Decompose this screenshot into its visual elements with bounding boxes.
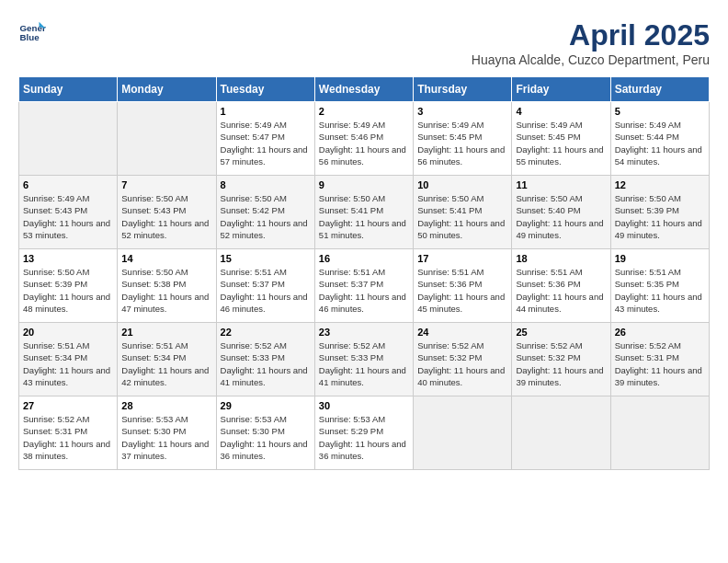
cell-info: Sunrise: 5:53 AMSunset: 5:30 PMDaylight:… <box>121 413 211 462</box>
day-number: 25 <box>516 327 606 338</box>
day-number: 29 <box>221 400 311 411</box>
calendar-cell: 15Sunrise: 5:51 AMSunset: 5:37 PMDayligh… <box>216 249 314 323</box>
svg-text:General: General <box>20 23 47 33</box>
cell-info: Sunrise: 5:52 AMSunset: 5:32 PMDaylight:… <box>417 339 507 388</box>
calendar-cell: 28Sunrise: 5:53 AMSunset: 5:30 PMDayligh… <box>118 396 216 470</box>
calendar-cell: 13Sunrise: 5:50 AMSunset: 5:39 PMDayligh… <box>19 249 118 323</box>
calendar-cell: 29Sunrise: 5:53 AMSunset: 5:30 PMDayligh… <box>216 396 314 470</box>
calendar-cell: 22Sunrise: 5:52 AMSunset: 5:33 PMDayligh… <box>216 323 314 396</box>
day-number: 8 <box>221 179 311 190</box>
cell-info: Sunrise: 5:49 AMSunset: 5:47 PMDaylight:… <box>221 119 311 167</box>
cell-info: Sunrise: 5:51 AMSunset: 5:36 PMDaylight:… <box>417 266 507 315</box>
day-number: 14 <box>121 253 211 264</box>
calendar-cell: 25Sunrise: 5:52 AMSunset: 5:32 PMDayligh… <box>512 323 610 396</box>
week-row-4: 20Sunrise: 5:51 AMSunset: 5:34 PMDayligh… <box>19 323 710 396</box>
day-header-friday: Friday <box>512 77 610 102</box>
calendar-cell: 18Sunrise: 5:51 AMSunset: 5:36 PMDayligh… <box>512 249 610 323</box>
cell-info: Sunrise: 5:53 AMSunset: 5:29 PMDaylight:… <box>319 413 409 462</box>
day-number: 22 <box>221 327 311 338</box>
calendar-cell <box>414 396 512 470</box>
calendar-cell: 1Sunrise: 5:49 AMSunset: 5:47 PMDaylight… <box>216 102 314 176</box>
calendar-cell: 23Sunrise: 5:52 AMSunset: 5:33 PMDayligh… <box>314 323 413 396</box>
calendar-cell <box>512 396 610 470</box>
logo-icon: General Blue <box>18 18 46 46</box>
calendar-table: SundayMondayTuesdayWednesdayThursdayFrid… <box>18 76 710 470</box>
day-number: 15 <box>221 253 311 264</box>
cell-info: Sunrise: 5:52 AMSunset: 5:33 PMDaylight:… <box>221 339 311 388</box>
day-number: 5 <box>615 106 705 117</box>
day-header-thursday: Thursday <box>414 77 512 102</box>
cell-info: Sunrise: 5:52 AMSunset: 5:31 PMDaylight:… <box>615 339 705 388</box>
cell-info: Sunrise: 5:50 AMSunset: 5:41 PMDaylight:… <box>417 192 507 241</box>
cell-info: Sunrise: 5:51 AMSunset: 5:36 PMDaylight:… <box>516 266 606 315</box>
day-number: 13 <box>23 253 113 264</box>
day-number: 10 <box>417 179 507 190</box>
calendar-cell: 20Sunrise: 5:51 AMSunset: 5:34 PMDayligh… <box>19 323 118 396</box>
cell-info: Sunrise: 5:51 AMSunset: 5:37 PMDaylight:… <box>319 266 409 315</box>
day-header-saturday: Saturday <box>610 77 709 102</box>
day-number: 20 <box>23 327 113 338</box>
location-subtitle: Huayna Alcalde, Cuzco Department, Peru <box>472 52 710 67</box>
title-block: April 2025 Huayna Alcalde, Cuzco Departm… <box>472 18 710 67</box>
month-year-title: April 2025 <box>472 18 710 52</box>
cell-info: Sunrise: 5:50 AMSunset: 5:43 PMDaylight:… <box>121 192 211 241</box>
calendar-cell: 21Sunrise: 5:51 AMSunset: 5:34 PMDayligh… <box>118 323 216 396</box>
day-number: 21 <box>121 327 211 338</box>
day-number: 19 <box>615 253 705 264</box>
calendar-cell: 24Sunrise: 5:52 AMSunset: 5:32 PMDayligh… <box>414 323 512 396</box>
calendar-cell: 30Sunrise: 5:53 AMSunset: 5:29 PMDayligh… <box>314 396 413 470</box>
week-row-2: 6Sunrise: 5:49 AMSunset: 5:43 PMDaylight… <box>19 176 710 249</box>
calendar-cell: 4Sunrise: 5:49 AMSunset: 5:45 PMDaylight… <box>512 102 610 176</box>
cell-info: Sunrise: 5:52 AMSunset: 5:32 PMDaylight:… <box>516 339 606 388</box>
cell-info: Sunrise: 5:50 AMSunset: 5:39 PMDaylight:… <box>615 192 705 241</box>
cell-info: Sunrise: 5:50 AMSunset: 5:41 PMDaylight:… <box>319 192 409 241</box>
day-number: 1 <box>221 106 311 117</box>
svg-text:Blue: Blue <box>20 32 40 42</box>
cell-info: Sunrise: 5:53 AMSunset: 5:30 PMDaylight:… <box>221 413 311 462</box>
calendar-cell: 14Sunrise: 5:50 AMSunset: 5:38 PMDayligh… <box>118 249 216 323</box>
cell-info: Sunrise: 5:51 AMSunset: 5:35 PMDaylight:… <box>615 266 705 315</box>
calendar-cell: 8Sunrise: 5:50 AMSunset: 5:42 PMDaylight… <box>216 176 314 249</box>
day-number: 9 <box>319 179 409 190</box>
day-number: 2 <box>319 106 409 117</box>
calendar-cell: 16Sunrise: 5:51 AMSunset: 5:37 PMDayligh… <box>314 249 413 323</box>
calendar-cell: 19Sunrise: 5:51 AMSunset: 5:35 PMDayligh… <box>610 249 709 323</box>
cell-info: Sunrise: 5:51 AMSunset: 5:37 PMDaylight:… <box>221 266 311 315</box>
cell-info: Sunrise: 5:49 AMSunset: 5:45 PMDaylight:… <box>516 119 606 167</box>
week-row-3: 13Sunrise: 5:50 AMSunset: 5:39 PMDayligh… <box>19 249 710 323</box>
day-number: 4 <box>516 106 606 117</box>
cell-info: Sunrise: 5:49 AMSunset: 5:43 PMDaylight:… <box>23 192 113 241</box>
cell-info: Sunrise: 5:52 AMSunset: 5:31 PMDaylight:… <box>23 413 113 462</box>
calendar-cell: 2Sunrise: 5:49 AMSunset: 5:46 PMDaylight… <box>314 102 413 176</box>
week-row-5: 27Sunrise: 5:52 AMSunset: 5:31 PMDayligh… <box>19 396 710 470</box>
cell-info: Sunrise: 5:52 AMSunset: 5:33 PMDaylight:… <box>319 339 409 388</box>
calendar-cell: 26Sunrise: 5:52 AMSunset: 5:31 PMDayligh… <box>610 323 709 396</box>
day-number: 17 <box>417 253 507 264</box>
day-number: 16 <box>319 253 409 264</box>
day-number: 27 <box>23 400 113 411</box>
day-header-tuesday: Tuesday <box>216 77 314 102</box>
day-number: 7 <box>121 179 211 190</box>
calendar-cell: 27Sunrise: 5:52 AMSunset: 5:31 PMDayligh… <box>19 396 118 470</box>
day-number: 26 <box>615 327 705 338</box>
calendar-cell: 17Sunrise: 5:51 AMSunset: 5:36 PMDayligh… <box>414 249 512 323</box>
day-number: 23 <box>319 327 409 338</box>
calendar-body: 1Sunrise: 5:49 AMSunset: 5:47 PMDaylight… <box>19 102 710 470</box>
calendar-cell: 6Sunrise: 5:49 AMSunset: 5:43 PMDaylight… <box>19 176 118 249</box>
day-number: 12 <box>615 179 705 190</box>
calendar-cell: 7Sunrise: 5:50 AMSunset: 5:43 PMDaylight… <box>118 176 216 249</box>
header: General Blue April 2025 Huayna Alcalde, … <box>18 18 710 67</box>
cell-info: Sunrise: 5:50 AMSunset: 5:40 PMDaylight:… <box>516 192 606 241</box>
day-number: 30 <box>319 400 409 411</box>
cell-info: Sunrise: 5:50 AMSunset: 5:38 PMDaylight:… <box>121 266 211 315</box>
day-number: 6 <box>23 179 113 190</box>
logo: General Blue <box>18 18 50 46</box>
week-row-1: 1Sunrise: 5:49 AMSunset: 5:47 PMDaylight… <box>19 102 710 176</box>
cell-info: Sunrise: 5:49 AMSunset: 5:44 PMDaylight:… <box>615 119 705 167</box>
calendar-cell: 12Sunrise: 5:50 AMSunset: 5:39 PMDayligh… <box>610 176 709 249</box>
calendar-header-row: SundayMondayTuesdayWednesdayThursdayFrid… <box>19 77 710 102</box>
day-number: 18 <box>516 253 606 264</box>
cell-info: Sunrise: 5:51 AMSunset: 5:34 PMDaylight:… <box>121 339 211 388</box>
day-header-monday: Monday <box>118 77 216 102</box>
calendar-cell: 10Sunrise: 5:50 AMSunset: 5:41 PMDayligh… <box>414 176 512 249</box>
